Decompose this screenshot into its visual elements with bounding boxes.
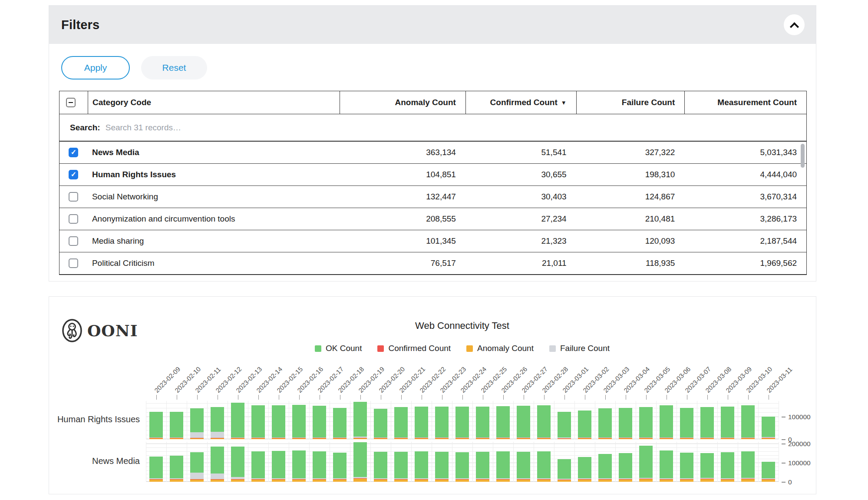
stacked-bar[interactable] — [292, 450, 306, 482]
select-all-checkbox[interactable] — [66, 98, 76, 107]
stacked-bar[interactable] — [496, 451, 510, 482]
stacked-bar[interactable] — [558, 459, 571, 482]
y-axis-tick — [782, 417, 785, 417]
stacked-bar[interactable] — [313, 406, 326, 439]
stacked-bar[interactable] — [251, 405, 265, 439]
legend-label: OK Count — [326, 344, 362, 353]
stacked-bar[interactable] — [231, 403, 244, 439]
stacked-bar[interactable] — [558, 412, 571, 439]
ooni-wordmark: OONI — [87, 321, 138, 340]
stacked-bar[interactable] — [190, 408, 204, 439]
bar-segment-ok — [741, 405, 755, 437]
stacked-bar[interactable] — [455, 407, 469, 439]
bar-segment-ok — [537, 451, 551, 478]
stacked-bar[interactable] — [660, 405, 673, 439]
row-checkbox[interactable]: ✓ — [69, 170, 78, 179]
stacked-bar[interactable] — [639, 446, 653, 482]
stacked-bar[interactable] — [476, 452, 489, 482]
vertical-gridline — [248, 442, 248, 482]
stacked-bar[interactable] — [272, 451, 285, 482]
stacked-bar[interactable] — [394, 452, 408, 482]
stacked-bar[interactable] — [455, 452, 469, 482]
bar-segment-anomaly — [251, 438, 265, 439]
vertical-gridline — [207, 442, 208, 482]
stacked-bar[interactable] — [598, 408, 612, 439]
bar-segment-anomaly — [231, 438, 244, 439]
stacked-bar[interactable] — [619, 408, 632, 439]
stacked-bar[interactable] — [537, 451, 551, 482]
stacked-bar[interactable] — [762, 417, 775, 439]
column-header-confirmed-count[interactable]: Confirmed Count▼ — [465, 91, 576, 114]
row-checkbox-cell — [59, 236, 88, 246]
bar-segment-anomaly — [598, 438, 612, 439]
stacked-bar[interactable] — [251, 451, 265, 482]
stacked-bar[interactable] — [517, 406, 530, 439]
stacked-bar[interactable] — [170, 456, 183, 482]
stacked-bar[interactable] — [211, 447, 224, 482]
bar-segment-ok — [578, 411, 591, 437]
bar-segment-ok — [394, 407, 408, 437]
stacked-bar[interactable] — [741, 405, 755, 439]
bar-segment-anomaly — [578, 438, 591, 439]
row-checkbox[interactable] — [69, 258, 78, 268]
bar-segment-ok — [680, 408, 693, 437]
stacked-bar[interactable] — [149, 412, 163, 439]
stacked-bar[interactable] — [292, 405, 306, 439]
stacked-bar[interactable] — [721, 407, 734, 439]
stacked-bar[interactable] — [680, 408, 693, 439]
stacked-bar[interactable] — [700, 407, 714, 439]
vertical-gridline — [738, 401, 738, 439]
collapse-panel-button[interactable] — [784, 14, 805, 35]
row-checkbox[interactable] — [69, 192, 78, 202]
stacked-bar[interactable] — [435, 407, 449, 439]
column-header-anomaly-count[interactable]: Anomaly Count — [340, 91, 465, 114]
bar-segment-ok — [578, 457, 591, 478]
stacked-bar[interactable] — [211, 407, 224, 439]
vertical-gridline — [636, 401, 636, 439]
stacked-bar[interactable] — [170, 412, 183, 439]
stacked-bar[interactable] — [476, 407, 489, 439]
row-checkbox[interactable] — [69, 214, 78, 224]
stacked-bar[interactable] — [721, 452, 734, 482]
stacked-bar[interactable] — [333, 408, 347, 439]
stacked-bar[interactable] — [353, 402, 367, 439]
stacked-bar[interactable] — [639, 407, 653, 439]
apply-button[interactable]: Apply — [61, 56, 130, 79]
x-axis-tick — [667, 395, 667, 400]
row-checkbox[interactable] — [69, 236, 78, 246]
stacked-bar[interactable] — [619, 453, 632, 482]
stacked-bar[interactable] — [680, 453, 693, 482]
row-checkbox[interactable]: ✓ — [69, 148, 78, 157]
stacked-bar[interactable] — [762, 462, 775, 482]
stacked-bar[interactable] — [700, 453, 714, 482]
stacked-bar[interactable] — [741, 451, 755, 482]
stacked-bar[interactable] — [598, 454, 612, 482]
stacked-bar[interactable] — [537, 405, 551, 439]
stacked-bar[interactable] — [190, 452, 204, 482]
stacked-bar[interactable] — [374, 452, 387, 482]
stacked-bar[interactable] — [496, 406, 510, 439]
search-input[interactable] — [106, 123, 366, 132]
column-header-category-code[interactable]: Category Code — [88, 91, 340, 114]
stacked-bar[interactable] — [435, 452, 449, 482]
column-header-measurement-count[interactable]: Measurement Count — [684, 91, 806, 114]
stacked-bar[interactable] — [149, 457, 163, 482]
stacked-bar[interactable] — [415, 407, 428, 439]
x-axis-tick — [442, 395, 443, 400]
stacked-bar[interactable] — [578, 457, 591, 482]
stacked-bar[interactable] — [578, 411, 591, 439]
stacked-bar[interactable] — [660, 450, 673, 482]
stacked-bar[interactable] — [394, 407, 408, 439]
stacked-bar[interactable] — [374, 409, 387, 439]
stacked-bar[interactable] — [272, 405, 285, 439]
stacked-bar[interactable] — [353, 442, 367, 482]
column-header-failure-count[interactable]: Failure Count — [576, 91, 685, 114]
stacked-bar[interactable] — [231, 447, 244, 482]
stacked-bar[interactable] — [313, 451, 326, 482]
stacked-bar[interactable] — [517, 452, 530, 482]
stacked-bar[interactable] — [415, 451, 428, 482]
stacked-bar[interactable] — [333, 453, 347, 482]
reset-button[interactable]: Reset — [141, 56, 207, 79]
bar-segment-anomaly — [537, 480, 551, 482]
table-scrollbar[interactable] — [801, 144, 805, 168]
